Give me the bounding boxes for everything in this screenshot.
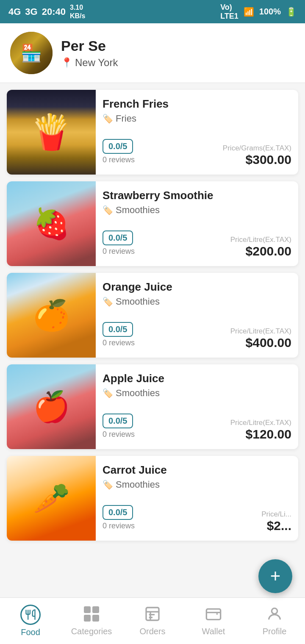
price-value: $200.00 (230, 244, 291, 258)
location-icon: 📍 (61, 57, 72, 68)
reviews-count: 0 reviews (103, 155, 135, 164)
menu-item-bottom: 0.0/5 0 reviews Price/Li... $2... (103, 505, 291, 533)
tag-icon: 🏷️ (103, 297, 113, 307)
menu-item-bottom: 0.0/5 0 reviews Price/Litre(Ex.TAX) $200… (103, 230, 291, 258)
menu-item-carrot-juice[interactable]: Carrot Juice 🏷️ Smoothies 0.0/5 0 review… (7, 456, 298, 541)
tag-icon: 🏷️ (103, 205, 113, 215)
restaurant-info: Per Se 📍 New York (61, 38, 118, 69)
price-section: Price/Litre(Ex.TAX) $400.00 (230, 327, 291, 350)
nav-food[interactable]: Food (0, 598, 61, 644)
nav-food-label: Food (21, 627, 40, 637)
categories-icon (83, 605, 100, 624)
price-value: $400.00 (230, 336, 291, 350)
status-bar: 4G 3G 20:40 3.10KB/s Vo)LTE1 📶 100% 🔋 (0, 0, 305, 23)
price-label: Price/Grams(Ex.TAX) (223, 144, 291, 153)
status-right: Vo)LTE1 📶 100% 🔋 (220, 3, 297, 21)
price-section: Price/Litre(Ex.TAX) $120.00 (230, 419, 291, 441)
lte-indicator: Vo)LTE1 (220, 3, 238, 21)
restaurant-location: 📍 New York (61, 57, 118, 69)
time: 20:40 (42, 6, 66, 17)
reviews-count: 0 reviews (103, 247, 135, 256)
rating-badge: 0.0/5 (103, 414, 133, 428)
menu-item-bottom: 0.0/5 0 reviews Price/Grams(Ex.TAX) $300… (103, 139, 291, 167)
menu-item-content: Carrot Juice 🏷️ Smoothies 0.0/5 0 review… (96, 456, 298, 541)
nav-profile[interactable]: Profile (244, 598, 305, 644)
menu-item-content: French Fries 🏷️ Fries 0.0/5 0 reviews Pr… (96, 90, 298, 175)
data-speed: 3.10KB/s (70, 3, 85, 19)
rating-badge: 0.0/5 (103, 139, 133, 154)
battery-level: 100% (259, 7, 281, 17)
svg-point-10 (272, 608, 277, 614)
nav-wallet-label: Wallet (202, 627, 225, 636)
svg-rect-1 (92, 606, 99, 613)
restaurant-header: Per Se 📍 New York (0, 23, 305, 83)
food-nav-icon (20, 605, 41, 625)
menu-item-name: French Fries (103, 97, 291, 111)
network-4g: 4G (8, 6, 21, 17)
nav-categories[interactable]: Categories (61, 598, 122, 644)
menu-item-orange-juice[interactable]: Orange Juice 🏷️ Smoothies 0.0/5 0 review… (7, 273, 298, 358)
plus-icon: + (270, 566, 281, 586)
rating-badge: 0.0/5 (103, 322, 133, 337)
menu-item-image-apple-juice (7, 364, 96, 449)
price-value: $120.00 (230, 427, 291, 441)
price-value: $2... (261, 519, 291, 533)
tag-icon: 🏷️ (103, 388, 113, 398)
network-3g: 3G (25, 6, 37, 17)
bottom-nav: Food Categories Orders (0, 597, 305, 644)
svg-rect-3 (92, 615, 99, 622)
menu-list: French Fries 🏷️ Fries 0.0/5 0 reviews Pr… (0, 83, 305, 547)
nav-wallet[interactable]: Wallet (183, 598, 244, 644)
wallet-icon (205, 605, 222, 624)
svg-rect-9 (206, 609, 220, 619)
menu-item-name: Strawberry Smoothie (103, 189, 291, 202)
nav-categories-label: Categories (71, 627, 112, 636)
price-label: Price/Litre(Ex.TAX) (230, 419, 291, 427)
wifi-icon: 📶 (244, 7, 254, 17)
menu-item-name: Orange Juice (103, 280, 291, 294)
nav-orders[interactable]: Orders (122, 598, 183, 644)
svg-rect-0 (84, 606, 91, 613)
restaurant-city: New York (75, 57, 118, 69)
menu-item-bottom: 0.0/5 0 reviews Price/Litre(Ex.TAX) $120… (103, 414, 291, 441)
price-section: Price/Li... $2... (261, 510, 291, 533)
menu-item-image-orange-juice (7, 273, 96, 358)
profile-icon (266, 605, 283, 624)
restaurant-avatar (10, 32, 53, 74)
menu-item-strawberry-smoothie[interactable]: Strawberry Smoothie 🏷️ Smoothies 0.0/5 0… (7, 181, 298, 266)
price-value: $300.00 (223, 153, 291, 167)
price-label: Price/Litre(Ex.TAX) (230, 236, 291, 244)
price-label: Price/Litre(Ex.TAX) (230, 327, 291, 336)
menu-item-image-strawberry-smoothie (7, 181, 96, 266)
menu-item-category: 🏷️ Smoothies (103, 296, 291, 307)
menu-item-image-french-fries (7, 90, 96, 175)
reviews-count: 0 reviews (103, 522, 135, 530)
menu-item-bottom: 0.0/5 0 reviews Price/Litre(Ex.TAX) $400… (103, 322, 291, 350)
svg-rect-2 (84, 615, 91, 622)
menu-item-category: 🏷️ Smoothies (103, 479, 291, 490)
reviews-count: 0 reviews (103, 430, 135, 439)
price-label: Price/Li... (261, 510, 291, 519)
menu-item-image-carrot-juice (7, 456, 96, 541)
nav-orders-label: Orders (139, 627, 165, 636)
add-item-fab[interactable]: + (258, 559, 292, 593)
tag-icon: 🏷️ (103, 480, 113, 490)
menu-item-category: 🏷️ Smoothies (103, 205, 291, 216)
tag-icon: 🏷️ (103, 114, 113, 124)
menu-item-name: Carrot Juice (103, 464, 291, 477)
menu-item-category: 🏷️ Fries (103, 113, 291, 124)
restaurant-name: Per Se (61, 38, 118, 54)
menu-item-content: Orange Juice 🏷️ Smoothies 0.0/5 0 review… (96, 273, 298, 358)
orders-icon (144, 605, 161, 624)
menu-item-category: 🏷️ Smoothies (103, 388, 291, 399)
reviews-count: 0 reviews (103, 339, 135, 347)
rating-badge: 0.0/5 (103, 230, 133, 245)
menu-item-apple-juice[interactable]: Apple Juice 🏷️ Smoothies 0.0/5 0 reviews… (7, 364, 298, 449)
price-section: Price/Litre(Ex.TAX) $200.00 (230, 236, 291, 258)
rating-badge: 0.0/5 (103, 505, 133, 520)
menu-item-content: Apple Juice 🏷️ Smoothies 0.0/5 0 reviews… (96, 364, 298, 449)
menu-item-content: Strawberry Smoothie 🏷️ Smoothies 0.0/5 0… (96, 181, 298, 266)
menu-item-french-fries[interactable]: French Fries 🏷️ Fries 0.0/5 0 reviews Pr… (7, 90, 298, 175)
menu-item-name: Apple Juice (103, 372, 291, 385)
battery-icon: 🔋 (286, 7, 297, 17)
